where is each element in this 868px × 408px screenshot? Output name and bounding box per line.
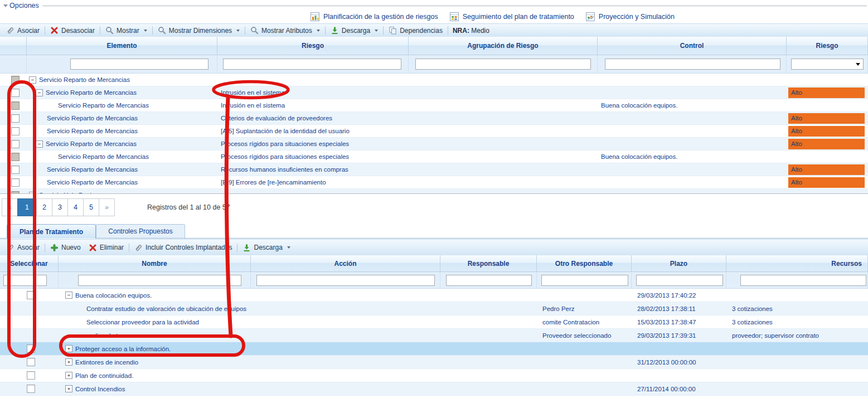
row-checkbox[interactable] — [11, 140, 20, 148]
mostrar-button[interactable]: Mostrar — [101, 25, 151, 37]
page-button-1[interactable]: 1 — [17, 198, 37, 216]
elemento-filter-input[interactable] — [70, 59, 208, 70]
column-header-accion[interactable]: Acción — [251, 255, 440, 271]
row-checkbox[interactable] — [11, 101, 20, 110]
risk-row[interactable]: Servicio Reparto de Mercancias Procesos … — [0, 150, 868, 163]
page-first-button[interactable]: « — [2, 198, 18, 216]
column-header-riesgo[interactable]: Riesgo — [217, 37, 409, 55]
plan-row[interactable]: realizar la tarea Proveedor seleccionado… — [0, 329, 868, 342]
column-header-seleccionar[interactable]: Seleccionar — [0, 255, 59, 271]
tab-controles-propuestos[interactable]: Controles Propuestos — [96, 224, 185, 238]
eliminar-button[interactable]: Eliminar — [85, 241, 128, 254]
page-button-2[interactable]: 2 — [36, 198, 52, 216]
responsable-filter-input[interactable] — [446, 275, 532, 286]
plan-row[interactable]: Plan de continuidad. — [0, 369, 868, 382]
control-filter-input[interactable] — [605, 59, 780, 70]
plan-row[interactable]: Control Incendios 27/11/2014 00:00:00 — [0, 382, 868, 396]
row-checkbox[interactable] — [11, 153, 20, 161]
accion-filter-input[interactable] — [256, 275, 435, 286]
collapse-icon[interactable] — [29, 76, 36, 84]
risk-row[interactable]: Servicio Reparto de Mercancias Criterios… — [0, 112, 868, 125]
paperclip-icon — [134, 244, 143, 252]
plan-row[interactable]: Buena colocación equipos. 29/03/2013 17:… — [0, 289, 868, 302]
descarga-button[interactable]: Descarga — [327, 25, 382, 37]
nav-planificacion-link[interactable]: Planificación de la gestión de riesgos — [310, 12, 438, 22]
recursos-text: 3 cotizaciones — [732, 319, 773, 326]
column-header-agrupacion[interactable]: Agrupación de Riesgo — [409, 37, 598, 55]
nav-proyeccion-link[interactable]: Proyección y Simulación — [585, 12, 675, 22]
column-header-responsable[interactable]: Responsable — [440, 255, 537, 271]
risk-row[interactable]: Servicio Reparto de Mercancias Procesos … — [0, 138, 868, 150]
column-header-recursos[interactable]: Recursos — [726, 255, 868, 271]
incluir-controles-button[interactable]: Incluir Controles Implantados — [130, 241, 236, 254]
desasociar-button[interactable]: Desasociar — [46, 25, 99, 37]
expand-icon[interactable] — [65, 345, 72, 352]
riesgo-nivel-filter-select[interactable] — [791, 59, 864, 70]
column-header-riesgo-nivel[interactable]: Riesgo — [787, 37, 868, 55]
row-checkbox[interactable] — [27, 344, 35, 353]
row-checkbox[interactable] — [11, 127, 20, 135]
row-checkbox[interactable] — [11, 191, 20, 195]
riesgo-filter-input[interactable] — [223, 59, 401, 70]
risk-row[interactable]: Servicio Reparto de Mercancias — [0, 74, 868, 86]
plazo-filter-input[interactable] — [636, 275, 723, 286]
row-checkbox[interactable] — [27, 291, 35, 299]
column-header-nombre[interactable]: Nombre — [59, 255, 251, 271]
options-label[interactable]: Opciones — [9, 2, 39, 9]
tab-plan-de-tratamiento[interactable]: Plan de Tratamiento — [7, 224, 96, 239]
column-header-elemento[interactable]: Elemento — [27, 37, 217, 55]
recursos-filter-input[interactable] — [740, 275, 866, 286]
page-button-5[interactable]: 5 — [83, 198, 99, 216]
expand-icon[interactable] — [65, 358, 72, 366]
collapse-icon[interactable] — [36, 140, 43, 148]
collapse-icon[interactable] — [36, 89, 43, 96]
mostrar-atributos-button[interactable]: Mostrar Atributos — [246, 25, 324, 37]
column-header-otro-responsable[interactable]: Otro Responsable — [537, 255, 632, 271]
expand-icon[interactable] — [65, 385, 72, 392]
risk-row[interactable]: Servicio Reparto de Mercancias [A.5] Sup… — [0, 125, 868, 138]
chevron-down-icon — [375, 30, 378, 32]
page-button-4[interactable]: 4 — [67, 198, 84, 216]
row-checkbox[interactable] — [11, 89, 20, 97]
column-header-control[interactable]: Control — [598, 37, 787, 55]
plan-row-selected[interactable]: Proteger acceso a la información. — [0, 342, 868, 356]
plan-row[interactable]: Contratar estudio de valoración de ubica… — [0, 302, 868, 315]
row-checkbox[interactable] — [11, 114, 20, 123]
row-checkbox[interactable] — [27, 358, 35, 366]
agrupacion-filter-input[interactable] — [415, 59, 591, 70]
dependencias-button[interactable]: Dependencias — [385, 25, 447, 37]
bottom-tab-bar: Plan de Tratamiento Controles Propuestos — [0, 225, 868, 239]
plan-descarga-button[interactable]: Descarga — [239, 241, 294, 254]
mostrar-dimensiones-button[interactable]: Mostrar Dimensiones — [154, 25, 244, 37]
dependencias-label: Dependencias — [400, 27, 443, 35]
risk-row-clipped[interactable]: Servicio Help Desk — [0, 189, 868, 194]
control-text: Buena colocación equipos. — [601, 102, 677, 109]
expand-icon[interactable] — [65, 372, 72, 379]
risk-level-badge: Alto — [788, 139, 865, 149]
column-header-plazo[interactable]: Plazo — [632, 255, 726, 271]
row-checkbox[interactable] — [27, 371, 35, 380]
collapse-panel-icon[interactable] — [3, 4, 8, 7]
page-button-3[interactable]: 3 — [52, 198, 68, 216]
otro-responsable-filter-input[interactable] — [541, 275, 628, 286]
page-next-button[interactable]: » — [99, 198, 115, 216]
collapse-icon[interactable] — [65, 292, 72, 299]
plan-asociar-button[interactable]: Asociar — [2, 241, 43, 254]
expand-icon[interactable] — [29, 192, 36, 195]
risk-row[interactable]: Servicio Reparto de Mercancias Intrusión… — [0, 99, 868, 112]
nav-seguimiento-link[interactable]: Seguimiento del plan de tratamiento — [449, 12, 574, 22]
row-checkbox[interactable] — [27, 385, 35, 393]
nombre-filter-input[interactable] — [78, 275, 241, 286]
nuevo-button[interactable]: Nuevo — [46, 241, 85, 254]
toolbar-separator — [45, 244, 45, 252]
plan-row[interactable]: Extintores de incendio 31/12/2013 00:00:… — [0, 356, 868, 369]
row-checkbox[interactable] — [11, 166, 20, 174]
plan-row[interactable]: Seleccionar proveedor para la actividad … — [0, 315, 868, 329]
row-checkbox[interactable] — [11, 76, 20, 84]
risk-row[interactable]: Servicio Reparto de Mercancias Recursos … — [0, 163, 868, 176]
seleccionar-filter-input[interactable] — [3, 275, 47, 286]
risk-row[interactable]: Servicio Reparto de Mercancias [E.9] Err… — [0, 176, 868, 189]
risk-row[interactable]: Servicio Reparto de Mercancias Intrusión… — [0, 86, 868, 99]
row-checkbox[interactable] — [11, 178, 20, 187]
asociar-button[interactable]: Asociar — [2, 25, 43, 37]
